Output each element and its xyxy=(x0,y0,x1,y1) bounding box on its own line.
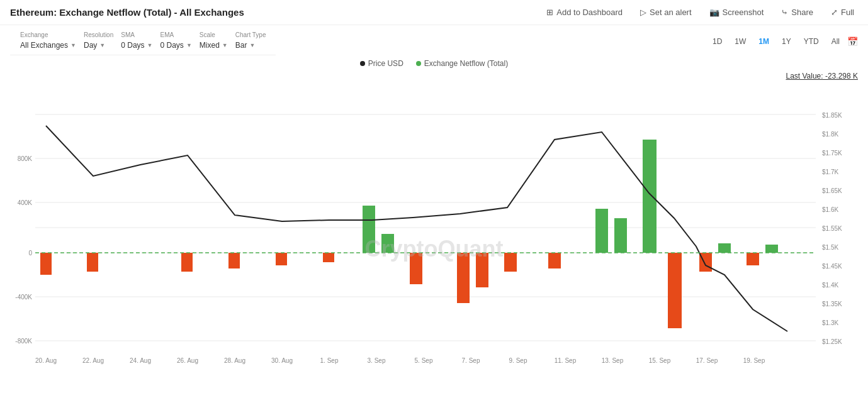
exchange-chevron-icon: ▼ xyxy=(70,42,76,48)
svg-text:22. Aug: 22. Aug xyxy=(82,357,104,364)
time-btn-ytd[interactable]: YTD xyxy=(799,35,824,48)
svg-text:$1.8K: $1.8K xyxy=(822,131,838,138)
exchange-select[interactable]: All Exchanges ▼ xyxy=(20,40,76,51)
svg-text:$1.3K: $1.3K xyxy=(822,319,838,326)
exchange-value: All Exchanges xyxy=(20,41,68,50)
bar-13sep xyxy=(595,209,608,253)
dashboard-icon: ⊞ xyxy=(546,8,553,17)
bar-26aug xyxy=(181,253,193,272)
bar-18sep xyxy=(718,243,731,253)
screenshot-button[interactable]: 📷 Screenshot xyxy=(706,5,768,19)
svg-text:5. Sep: 5. Sep xyxy=(415,357,433,364)
resolution-filter: Resolution Day ▼ xyxy=(84,31,113,51)
svg-text:20. Aug: 20. Aug xyxy=(35,357,57,364)
bar-11sep xyxy=(548,253,561,268)
svg-text:-400K: -400K xyxy=(15,294,32,301)
ema-chevron-icon: ▼ xyxy=(186,42,192,48)
exchange-filter: Exchange All Exchanges ▼ xyxy=(20,31,76,51)
legend-price-dot xyxy=(360,61,365,66)
legend-netflow-label: Exchange Netflow (Total) xyxy=(424,59,508,68)
last-value: Last Value: -23.298 K xyxy=(0,72,868,83)
controls-row: Exchange All Exchanges ▼ Resolution Day … xyxy=(0,25,868,55)
time-btn-1w[interactable]: 1W xyxy=(730,35,751,48)
svg-text:800K: 800K xyxy=(18,155,33,162)
share-icon: ⤷ xyxy=(781,8,788,17)
svg-text:400K: 400K xyxy=(18,199,33,206)
page-title: Ethereum: Exchange Netflow (Total) - All… xyxy=(10,7,244,18)
toolbar: Exchange All Exchanges ▼ Resolution Day … xyxy=(10,28,276,55)
svg-text:$1.75K: $1.75K xyxy=(822,150,842,157)
scale-label: Scale xyxy=(200,31,228,38)
legend: Price USD Exchange Netflow (Total) xyxy=(0,55,868,72)
bar-16sep xyxy=(668,253,682,328)
chart-svg: 800K 400K 0 -400K -800K $1.85K $1.8K $1.… xyxy=(10,83,858,372)
set-alert-button[interactable]: ▷ Set an alert xyxy=(636,5,696,19)
bar-30aug xyxy=(276,253,287,265)
svg-text:-800K: -800K xyxy=(15,338,32,345)
svg-text:15. Sep: 15. Sep xyxy=(649,357,671,364)
time-btn-1m[interactable]: 1M xyxy=(753,35,774,48)
scale-select[interactable]: Mixed ▼ xyxy=(200,40,228,51)
sma-label: SMA xyxy=(121,31,152,38)
svg-text:$1.5K: $1.5K xyxy=(822,244,838,251)
screenshot-icon: 📷 xyxy=(709,8,719,17)
full-label: Full xyxy=(841,8,854,17)
svg-text:$1.65K: $1.65K xyxy=(822,187,842,194)
ema-filter: EMA 0 Days ▼ xyxy=(161,31,192,51)
time-btn-1y[interactable]: 1Y xyxy=(777,35,796,48)
resolution-select[interactable]: Day ▼ xyxy=(84,40,113,51)
svg-text:$1.45K: $1.45K xyxy=(822,263,842,270)
sma-chevron-icon: ▼ xyxy=(147,42,153,48)
svg-text:1. Sep: 1. Sep xyxy=(320,357,339,364)
svg-text:$1.35K: $1.35K xyxy=(822,301,842,307)
set-alert-label: Set an alert xyxy=(650,8,692,17)
header: Ethereum: Exchange Netflow (Total) - All… xyxy=(0,0,868,25)
bar-14sep xyxy=(614,218,627,253)
ema-label: EMA xyxy=(161,31,192,38)
bar-1sep xyxy=(323,253,334,262)
ema-value: 0 Days xyxy=(161,41,184,50)
ema-select[interactable]: 0 Days ▼ xyxy=(161,40,192,51)
screenshot-label: Screenshot xyxy=(723,8,764,17)
resolution-label: Resolution xyxy=(84,31,113,38)
svg-text:$1.85K: $1.85K xyxy=(822,112,842,119)
bar-19sep xyxy=(747,253,759,265)
add-dashboard-label: Add to Dashboard xyxy=(556,8,623,17)
bar-4sep xyxy=(381,234,394,253)
sma-select[interactable]: 0 Days ▼ xyxy=(121,40,152,51)
svg-text:7. Sep: 7. Sep xyxy=(462,357,480,364)
full-button[interactable]: ⤢ Full xyxy=(827,5,858,19)
bar-3sep xyxy=(363,206,375,253)
chart-wrapper: CryptoQuant 800K 400K 0 -400K -800K $1.8… xyxy=(0,83,868,415)
svg-text:3. Sep: 3. Sep xyxy=(368,357,386,364)
calendar-icon[interactable]: 📅 xyxy=(847,36,858,47)
bar-9sep xyxy=(504,253,517,272)
svg-text:28. Aug: 28. Aug xyxy=(224,357,245,364)
chart-type-chevron-icon: ▼ xyxy=(249,42,255,48)
legend-netflow: Exchange Netflow (Total) xyxy=(416,59,508,68)
svg-text:24. Aug: 24. Aug xyxy=(130,357,151,364)
svg-text:26. Aug: 26. Aug xyxy=(177,357,198,364)
svg-text:$1.55K: $1.55K xyxy=(822,225,842,232)
chart-type-select[interactable]: Bar ▼ xyxy=(235,40,266,51)
time-btn-all[interactable]: All xyxy=(826,35,845,48)
full-icon: ⤢ xyxy=(831,8,838,17)
bar-7sep xyxy=(457,253,470,303)
scale-value: Mixed xyxy=(200,41,220,50)
svg-text:$1.7K: $1.7K xyxy=(822,169,838,175)
alert-icon: ▷ xyxy=(640,8,646,17)
svg-text:9. Sep: 9. Sep xyxy=(509,357,527,364)
bar-8sep xyxy=(476,253,488,287)
chart-type-filter: Chart Type Bar ▼ xyxy=(235,31,266,51)
bar-19sep-b xyxy=(765,245,778,253)
share-button[interactable]: ⤷ Share xyxy=(777,5,817,19)
exchange-label: Exchange xyxy=(20,31,76,38)
bar-15sep xyxy=(643,140,657,253)
scale-chevron-icon: ▼ xyxy=(222,42,228,48)
add-to-dashboard-button[interactable]: ⊞ Add to Dashboard xyxy=(543,5,626,19)
legend-netflow-dot xyxy=(416,61,421,66)
time-btn-1d[interactable]: 1D xyxy=(707,35,727,48)
time-range-bar: 1D 1W 1M 1Y YTD All 📅 xyxy=(707,35,858,48)
header-actions: ⊞ Add to Dashboard ▷ Set an alert 📷 Scre… xyxy=(543,5,858,19)
bar-5sep xyxy=(410,253,422,284)
